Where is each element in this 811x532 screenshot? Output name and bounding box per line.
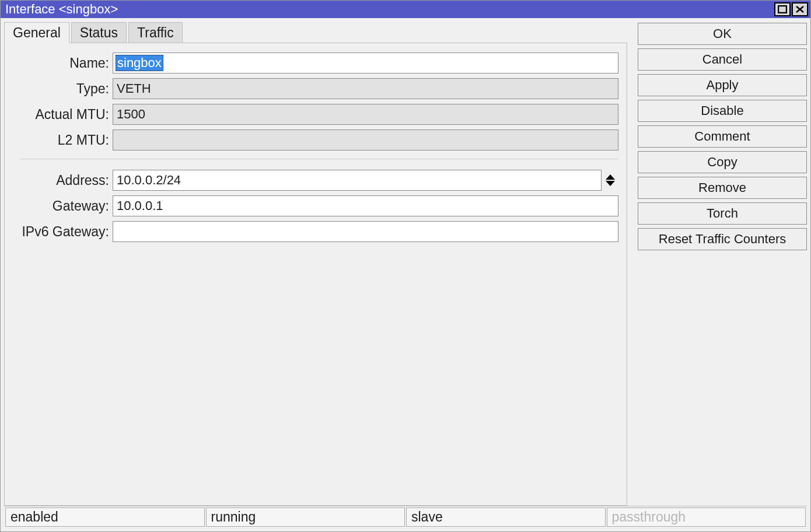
torch-button[interactable]: Torch xyxy=(638,202,807,225)
l2-mtu-field xyxy=(113,130,618,150)
remove-button[interactable]: Remove xyxy=(638,177,807,199)
tab-status[interactable]: Status xyxy=(71,22,127,43)
row-address: Address: xyxy=(11,167,618,193)
actual-mtu-field: 1500 xyxy=(113,104,618,125)
main-row: General Status Traffic Name: singbox xyxy=(4,22,807,506)
close-button[interactable] xyxy=(792,2,808,16)
type-field: VETH xyxy=(113,78,618,99)
cancel-button[interactable]: Cancel xyxy=(638,48,807,71)
ipv6-gateway-field[interactable] xyxy=(113,221,618,242)
window-controls xyxy=(774,2,808,16)
label-name: Name: xyxy=(11,55,113,71)
address-field[interactable] xyxy=(113,170,602,191)
address-stepper[interactable] xyxy=(603,174,618,186)
tab-strip: General Status Traffic xyxy=(4,22,627,43)
label-actual-mtu: Actual MTU: xyxy=(11,107,113,123)
interface-window: Interface <singbox> General Status Traff… xyxy=(0,0,811,532)
svg-rect-0 xyxy=(778,6,786,13)
right-button-column: OK Cancel Apply Disable Comment Copy Rem… xyxy=(638,22,807,506)
maximize-button[interactable] xyxy=(774,2,791,16)
row-gateway: Gateway: xyxy=(11,193,618,219)
label-type: Type: xyxy=(11,81,113,97)
disable-button[interactable]: Disable xyxy=(638,100,807,122)
window-body: General Status Traffic Name: singbox xyxy=(1,18,810,531)
tab-pane-general: Name: singbox Type: VETH xyxy=(4,43,627,506)
row-name: Name: singbox xyxy=(11,50,618,76)
name-field[interactable]: singbox xyxy=(113,52,618,74)
status-enabled: enabled xyxy=(5,508,205,527)
tab-traffic[interactable]: Traffic xyxy=(128,22,183,43)
titlebar[interactable]: Interface <singbox> xyxy=(1,1,810,18)
name-value-selected: singbox xyxy=(116,55,163,71)
row-actual-mtu: Actual MTU: 1500 xyxy=(11,102,618,127)
chevron-down-icon xyxy=(606,181,615,186)
label-ipv6-gateway: IPv6 Gateway: xyxy=(11,224,113,240)
status-slave: slave xyxy=(406,508,606,527)
row-l2-mtu: L2 MTU: xyxy=(11,127,618,153)
row-type: Type: VETH xyxy=(11,76,618,102)
ok-button[interactable]: OK xyxy=(638,23,807,45)
comment-button[interactable]: Comment xyxy=(638,125,807,148)
chevron-up-icon xyxy=(606,174,615,180)
row-ipv6-gateway: IPv6 Gateway: xyxy=(11,219,618,244)
form-divider xyxy=(20,159,618,159)
reset-traffic-button[interactable]: Reset Traffic Counters xyxy=(638,228,807,250)
label-address: Address: xyxy=(11,173,113,188)
apply-button[interactable]: Apply xyxy=(638,74,807,96)
window-title: Interface <singbox> xyxy=(5,2,774,17)
tab-general[interactable]: General xyxy=(4,22,69,43)
status-bar: enabled running slave passthrough xyxy=(4,506,807,528)
copy-button[interactable]: Copy xyxy=(638,151,807,173)
status-passthrough: passthrough xyxy=(607,508,806,527)
left-column: General Status Traffic Name: singbox xyxy=(4,22,627,506)
gateway-field[interactable] xyxy=(113,195,618,216)
label-l2-mtu: L2 MTU: xyxy=(11,132,113,148)
status-running: running xyxy=(206,508,406,527)
label-gateway: Gateway: xyxy=(11,198,113,214)
